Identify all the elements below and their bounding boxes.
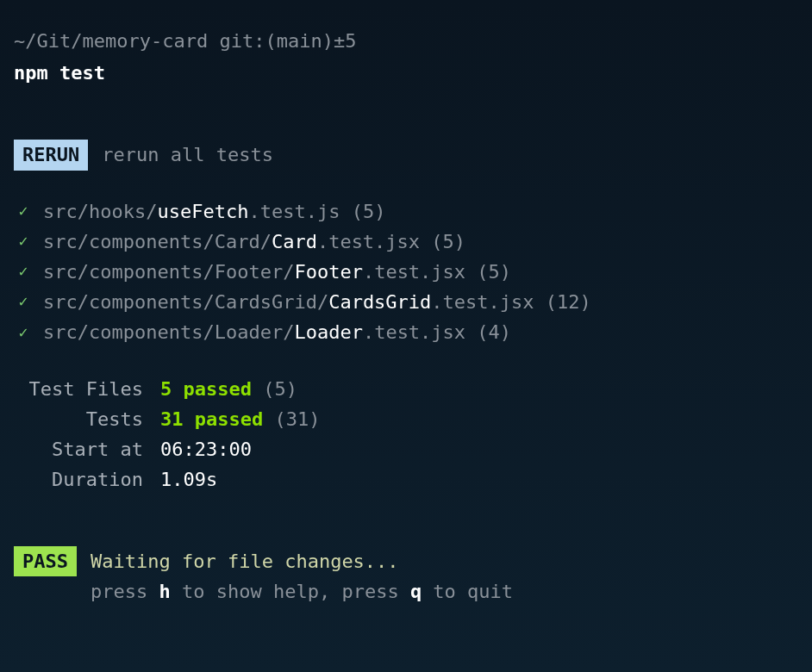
test-path: src/hooks/useFetch.test.js (5) xyxy=(43,196,385,227)
test-row: ✓ src/components/Footer/Footer.test.jsx … xyxy=(14,257,798,287)
command-line: npm test xyxy=(14,58,798,88)
check-icon: ✓ xyxy=(14,199,33,224)
git-suffix: )±5 xyxy=(322,30,357,52)
rerun-description: rerun all tests xyxy=(102,140,273,170)
summary-test-files: Test Files 5 passed (5) xyxy=(14,374,798,404)
summary-value: 1.09s xyxy=(160,464,217,495)
test-file-list: ✓ src/hooks/useFetch.test.js (5) ✓ src/c… xyxy=(14,196,798,348)
help-key-q[interactable]: q xyxy=(410,581,422,602)
test-path: src/components/CardsGrid/CardsGrid.test.… xyxy=(43,287,591,317)
summary-value: 06:23:00 xyxy=(160,434,252,464)
test-row: ✓ src/hooks/useFetch.test.js (5) xyxy=(14,196,798,227)
test-path: src/components/Loader/Loader.test.jsx (4… xyxy=(43,317,511,347)
check-icon: ✓ xyxy=(14,229,33,254)
cwd-path: ~/Git/memory-card xyxy=(14,30,208,52)
summary-label: Start at xyxy=(14,434,160,464)
check-icon: ✓ xyxy=(14,289,33,314)
test-summary: Test Files 5 passed (5) Tests 31 passed … xyxy=(14,374,798,495)
command-text: npm test xyxy=(14,62,105,84)
summary-label: Duration xyxy=(14,464,160,495)
check-icon: ✓ xyxy=(14,259,33,284)
summary-label: Test Files xyxy=(14,374,160,404)
waiting-message: Waiting for file changes... xyxy=(91,546,513,576)
watch-footer: PASS Waiting for file changes... press h… xyxy=(14,546,798,607)
git-prefix: git:( xyxy=(219,30,276,52)
help-key-h[interactable]: h xyxy=(159,581,170,602)
test-path: src/components/Card/Card.test.jsx (5) xyxy=(43,227,465,257)
summary-start-at: Start at 06:23:00 xyxy=(14,434,798,464)
test-row: ✓ src/components/Loader/Loader.test.jsx … xyxy=(14,317,798,347)
check-icon: ✓ xyxy=(14,320,33,345)
footer-text: Waiting for file changes... press h to s… xyxy=(91,546,513,607)
help-hint: press h to show help, press q to quit xyxy=(91,576,513,607)
shell-prompt: ~/Git/memory-card git:(main)±5 xyxy=(14,26,798,56)
pass-badge: PASS xyxy=(14,546,77,576)
summary-value: 5 passed (5) xyxy=(160,374,297,404)
summary-tests: Tests 31 passed (31) xyxy=(14,404,798,434)
test-path: src/components/Footer/Footer.test.jsx (5… xyxy=(43,257,511,287)
summary-label: Tests xyxy=(14,404,160,434)
test-row: ✓ src/components/Card/Card.test.jsx (5) xyxy=(14,227,798,257)
summary-duration: Duration 1.09s xyxy=(14,464,798,495)
rerun-status: RERUN rerun all tests xyxy=(14,140,798,170)
summary-value: 31 passed (31) xyxy=(160,404,320,434)
git-branch: main xyxy=(277,30,322,52)
test-row: ✓ src/components/CardsGrid/CardsGrid.tes… xyxy=(14,287,798,317)
rerun-badge: RERUN xyxy=(14,140,88,170)
